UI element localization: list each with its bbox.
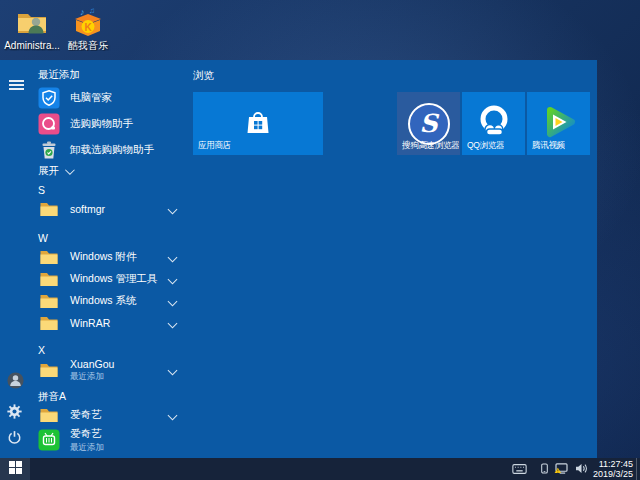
menu-icon[interactable] [9,78,25,94]
qq-browser-icon [474,102,514,146]
folder-row-xuangou[interactable]: XuanGou 最近添加 [38,356,188,384]
chevron-down-icon[interactable] [168,296,178,306]
user-folder-icon [15,6,49,40]
app-row-pc-manager[interactable]: 电脑管家 [38,86,188,110]
show-desktop-button[interactable] [636,458,640,480]
folder-row-softmgr[interactable]: softmgr [38,198,188,220]
chevron-down-icon[interactable] [168,410,178,420]
volume-icon[interactable] [575,460,588,478]
pc-manager-shield-icon [38,87,60,109]
tencent-video-icon [539,102,579,146]
usb-device-icon[interactable] [541,460,548,478]
shopping-assistant-icon [38,113,60,135]
clock[interactable]: 11:27:45 2019/3/25 [593,459,633,479]
folder-row-windows-admin-tools[interactable]: Windows 管理工具 [38,268,188,290]
chevron-down-icon [65,165,75,175]
desktop-icon-administrator[interactable]: Administra... [4,6,60,51]
recent-added-sublabel: 最近添加 [70,442,104,454]
recent-added-sublabel: 最近添加 [70,371,114,383]
tile-tencent-video[interactable]: 腾讯视频 [527,92,590,155]
chevron-down-icon[interactable] [168,204,178,214]
start-button[interactable] [0,458,30,480]
tile-sogou-browser[interactable]: S 搜狗高速浏览器 [397,92,460,155]
taskbar: 11:27:45 2019/3/25 [0,458,640,480]
folder-icon [38,198,60,220]
app-row-shopping-assistant[interactable]: 选购购物助手 [38,112,188,136]
folder-icon [38,312,60,334]
user-avatar[interactable] [7,372,23,388]
svg-text:K: K [84,22,92,33]
tile-group-header[interactable]: 浏览 [193,69,214,83]
recent-added-header: 最近添加 [38,68,80,82]
chevron-down-icon[interactable] [168,274,178,284]
desktop-icon-label: 酷我音乐 [60,40,116,51]
power-icon[interactable] [7,430,23,446]
folder-row-winrar[interactable]: WinRAR [38,312,188,334]
desktop-icon-kuwo-music[interactable]: ♪ ♫ K 酷我音乐 [60,6,116,51]
store-icon [243,108,273,140]
expand-toggle[interactable]: 展开 [38,163,188,179]
sogou-browser-icon: S [408,103,450,145]
start-menu: 最近添加 电脑管家 选购购物助手 [0,60,597,458]
folder-icon [38,246,60,268]
network-warning-icon[interactable] [554,460,569,478]
folder-row-windows-system[interactable]: Windows 系统 [38,290,188,312]
app-row-iqiyi[interactable]: 爱奇艺 最近添加 [38,426,188,454]
tile-qq-browser[interactable]: QQ浏览器 [462,92,525,155]
folder-icon [38,290,60,312]
settings-gear-icon[interactable] [7,404,23,420]
windows-logo-icon [9,460,22,478]
chevron-down-icon[interactable] [168,252,178,262]
svg-text:♪: ♪ [80,7,85,17]
section-letter-pinyin-A[interactable]: 拼音A [38,390,66,404]
kuwo-music-icon: ♪ ♫ K [71,6,105,40]
section-letter-S[interactable]: S [38,184,45,196]
clock-time: 11:27:45 [593,459,633,469]
chevron-down-icon[interactable] [168,365,178,375]
clock-date: 2019/3/25 [593,469,633,479]
svg-text:♫: ♫ [89,6,95,15]
system-tray [512,458,588,480]
folder-row-windows-accessories[interactable]: Windows 附件 [38,246,188,268]
folder-icon [38,404,60,426]
desktop-icon-label: Administra... [4,40,60,51]
touch-keyboard-icon[interactable] [512,460,527,478]
uninstall-trash-icon [38,139,60,161]
folder-row-iqiyi[interactable]: 爱奇艺 [38,404,188,426]
section-letter-W[interactable]: W [38,232,48,244]
folder-icon [38,268,60,290]
app-row-uninstall-shopping-assistant[interactable]: 卸载选购购物助手 [38,138,188,162]
iqiyi-icon [38,429,60,451]
desktop: Administra... ♪ ♫ K 酷我音乐 [0,0,640,480]
chevron-down-icon[interactable] [168,318,178,328]
tile-app-store[interactable]: 应用商店 [193,92,323,155]
folder-icon [38,359,60,381]
section-letter-X[interactable]: X [38,344,45,356]
